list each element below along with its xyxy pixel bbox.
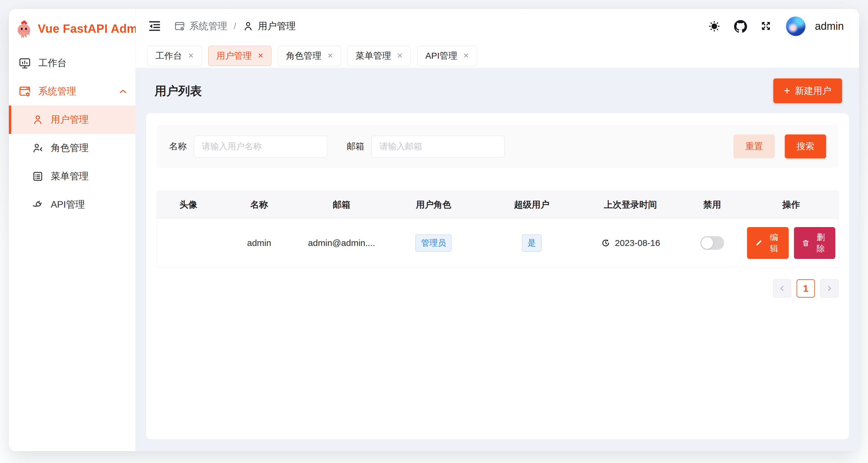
table-header-row: 头像 名称 邮箱 用户角色 超级用户 上次登录时间 禁用 操作 <box>157 191 838 218</box>
plus-icon: + <box>784 87 790 95</box>
email-filter-input[interactable] <box>371 136 505 158</box>
sidebar-item-menus[interactable]: 菜单管理 <box>9 162 135 191</box>
name-filter-input[interactable] <box>194 136 327 158</box>
create-user-label: 新建用户 <box>795 85 831 97</box>
col-last-login: 上次登录时间 <box>581 199 680 211</box>
fullscreen-icon[interactable] <box>760 20 772 32</box>
col-role: 用户角色 <box>384 199 483 211</box>
col-disabled: 禁用 <box>680 199 744 211</box>
cell-role: 管理员 <box>384 234 483 252</box>
close-icon[interactable]: ✕ <box>327 52 333 60</box>
page-prev-button[interactable] <box>773 279 791 298</box>
sidebar-item-label: API管理 <box>51 198 85 211</box>
close-icon[interactable]: ✕ <box>397 52 403 60</box>
create-user-button[interactable]: + 新建用户 <box>773 78 842 103</box>
breadcrumb-users[interactable]: 用户管理 <box>243 20 296 33</box>
tab-menus[interactable]: 菜单管理 ✕ <box>347 46 411 66</box>
edit-label: 编辑 <box>767 232 781 254</box>
theme-sun-icon[interactable] <box>708 20 720 32</box>
user-role-icon <box>32 142 44 154</box>
tab-workbench[interactable]: 工作台 ✕ <box>148 46 202 66</box>
main-column: 系统管理 / 用户管理 <box>136 9 859 451</box>
chevron-up-icon <box>118 86 128 97</box>
close-icon[interactable]: ✕ <box>188 52 194 60</box>
username-label[interactable]: admin <box>815 20 844 32</box>
filter-bar: 名称 邮箱 重置 搜索 <box>157 125 838 168</box>
clock-history-icon <box>601 238 611 248</box>
breadcrumb-separator: / <box>234 21 236 31</box>
chevron-left-icon <box>778 284 786 293</box>
name-filter-label: 名称 <box>169 140 187 153</box>
cell-disabled <box>680 236 744 250</box>
col-name: 名称 <box>219 199 299 211</box>
disabled-toggle[interactable] <box>701 236 724 250</box>
tab-bar: 工作台 ✕ 用户管理 ✕ 角色管理 ✕ 菜单管理 ✕ API管理 ✕ <box>136 44 859 68</box>
tab-label: 菜单管理 <box>355 50 391 62</box>
header-actions: admin <box>708 16 844 36</box>
breadcrumb: 系统管理 / 用户管理 <box>174 20 296 33</box>
page-1-button[interactable]: 1 <box>797 279 815 298</box>
menu-list-icon <box>32 170 44 182</box>
cell-email: admin@admin.... <box>299 238 384 248</box>
edit-button[interactable]: 编辑 <box>747 227 788 259</box>
tab-apis[interactable]: API管理 ✕ <box>417 46 477 66</box>
breadcrumb-label: 系统管理 <box>189 20 227 33</box>
sidebar-item-roles[interactable]: 角色管理 <box>9 134 135 162</box>
sidebar-item-workbench[interactable]: 工作台 <box>9 49 135 77</box>
sidebar-item-users[interactable]: 用户管理 <box>9 106 135 134</box>
tab-users[interactable]: 用户管理 ✕ <box>208 46 272 66</box>
tab-label: 工作台 <box>155 50 182 62</box>
plug-icon <box>32 199 44 210</box>
sidebar-item-label: 工作台 <box>38 57 67 70</box>
role-tag: 管理员 <box>415 234 452 252</box>
content-area: 用户列表 + 新建用户 名称 邮箱 重置 搜索 <box>136 68 859 451</box>
user-avatar[interactable] <box>786 16 805 36</box>
tab-label: 用户管理 <box>216 50 252 62</box>
close-icon[interactable]: ✕ <box>463 52 469 60</box>
top-header: 系统管理 / 用户管理 <box>136 9 859 44</box>
user-icon <box>32 114 44 126</box>
filter-actions: 重置 搜索 <box>734 134 826 158</box>
superuser-tag: 是 <box>522 234 541 252</box>
email-filter-label: 邮箱 <box>347 140 364 153</box>
user-icon <box>243 21 254 32</box>
sidebar-item-apis[interactable]: API管理 <box>9 191 135 219</box>
cell-name: admin <box>219 238 299 248</box>
monitor-icon <box>18 57 31 70</box>
cell-actions: 编辑 <box>744 227 838 259</box>
pencil-icon <box>755 239 763 247</box>
sidebar-item-system[interactable]: 系统管理 <box>9 77 135 106</box>
app-title: Vue FastAPI Admin <box>38 22 148 35</box>
close-icon[interactable]: ✕ <box>257 52 264 60</box>
tab-label: 角色管理 <box>286 50 321 62</box>
cell-last-login: 2023-08-16 <box>581 238 680 248</box>
users-table: 头像 名称 邮箱 用户角色 超级用户 上次登录时间 禁用 操作 admin ad… <box>157 191 838 267</box>
sidebar-item-label: 用户管理 <box>51 113 89 126</box>
app-logo[interactable]: Vue FastAPI Admin <box>9 9 135 45</box>
search-button[interactable]: 搜索 <box>785 134 826 158</box>
last-login-value: 2023-08-16 <box>615 238 660 248</box>
github-icon[interactable] <box>734 20 746 32</box>
page-title: 用户列表 <box>155 83 202 99</box>
table-row: admin admin@admin.... 管理员 是 <box>157 218 838 267</box>
breadcrumb-label: 用户管理 <box>258 20 296 33</box>
col-superuser: 超级用户 <box>483 199 581 211</box>
chevron-right-icon <box>825 284 834 293</box>
sidebar-item-label: 系统管理 <box>38 85 76 98</box>
users-card: 名称 邮箱 重置 搜索 头像 名称 邮箱 用户角 <box>146 113 849 439</box>
trash-icon <box>802 239 810 247</box>
delete-label: 删除 <box>814 232 828 254</box>
breadcrumb-system[interactable]: 系统管理 <box>174 20 227 33</box>
delete-button[interactable]: 删除 <box>794 227 835 259</box>
sidebar-item-label: 菜单管理 <box>51 170 89 183</box>
content-header: 用户列表 + 新建用户 <box>136 68 859 112</box>
tab-roles[interactable]: 角色管理 ✕ <box>278 46 341 66</box>
page-next-button[interactable] <box>820 279 838 298</box>
reset-button[interactable]: 重置 <box>734 134 775 158</box>
sidebar: Vue FastAPI Admin 工作台 <box>9 9 136 451</box>
col-avatar: 头像 <box>157 199 219 211</box>
sidebar-collapse-icon[interactable] <box>148 19 162 33</box>
chick-logo-icon <box>15 20 33 38</box>
pagination: 1 <box>157 279 838 298</box>
sidebar-menu: 工作台 系统管理 <box>9 45 135 219</box>
